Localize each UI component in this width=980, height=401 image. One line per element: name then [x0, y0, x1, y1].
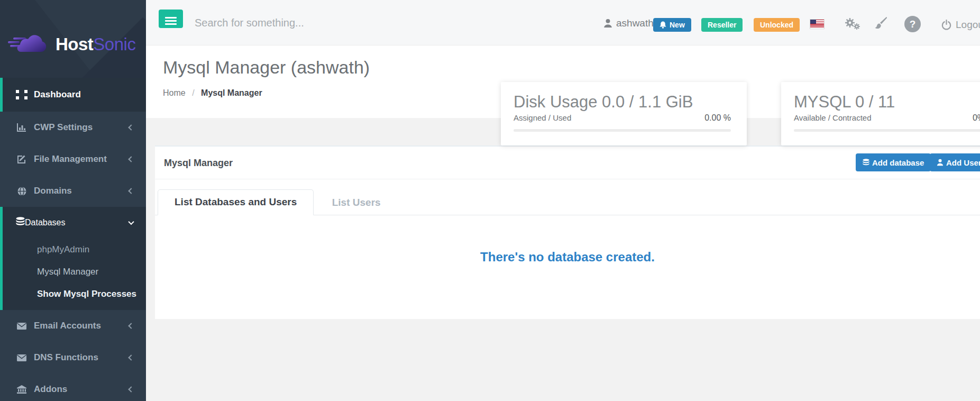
user-icon	[603, 19, 612, 28]
database-icon	[16, 217, 25, 229]
sidebar-item-email-accounts[interactable]: Email Accounts	[0, 310, 146, 342]
mysql-quota-title: MYSQL 0 / 11	[794, 93, 980, 112]
sidebar-item-domains[interactable]: Domains	[0, 175, 146, 207]
sidebar-item-file-management[interactable]: File Management	[0, 143, 146, 175]
chevron-left-icon	[128, 124, 134, 130]
sidebar-item-label: Dashboard	[34, 89, 81, 100]
new-notifications-badge[interactable]: New	[653, 18, 691, 32]
breadcrumb-current: Mysql Manager	[201, 88, 262, 97]
settings-gears-icon[interactable]	[844, 17, 860, 32]
topbar: ashwath New Reseller Unlocked ? Logout	[146, 0, 980, 45]
bar-chart-icon	[16, 123, 28, 132]
sidebar-item-label: Databases	[25, 218, 66, 227]
tab-list-databases-and-users[interactable]: List Databases and Users	[158, 189, 314, 215]
add-user-button[interactable]: Add User	[930, 153, 980, 171]
sidebar-item-label: Email Accounts	[34, 321, 101, 331]
mysql-manager-panel: Mysql Manager Add database Add User List…	[155, 145, 980, 319]
us-flag-language-icon[interactable]	[810, 20, 824, 29]
sidebar-item-cwp-settings[interactable]: CWP Settings	[0, 112, 146, 143]
sidebar-item-label: Domains	[34, 186, 72, 196]
sidebar-subitem-show-mysql-processes[interactable]: Show Mysql Processes	[3, 283, 146, 305]
add-database-button[interactable]: Add database	[856, 153, 931, 171]
chevron-left-icon	[128, 386, 134, 392]
empty-database-message: There's no database created.	[155, 250, 980, 265]
breadcrumb-home-link[interactable]: Home	[163, 88, 186, 97]
panel-header: Mysql Manager Add database Add User	[155, 147, 980, 179]
disk-usage-title: Disk Usage 0.0 / 1.1 GiB	[514, 93, 731, 112]
user-menu[interactable]: ashwath	[603, 17, 654, 29]
bell-icon	[660, 21, 666, 29]
power-icon	[941, 20, 951, 30]
sidebar-item-label: DNS Functions	[34, 352, 98, 363]
chevron-left-icon	[128, 188, 134, 194]
sidebar-nav: Dashboard CWP Settings File Management D…	[0, 78, 146, 401]
chevron-left-icon	[128, 323, 134, 329]
cloud-logo-icon	[8, 33, 51, 56]
sidebar-item-dns-functions[interactable]: DNS Functions	[0, 342, 146, 373]
disk-usage-card: Disk Usage 0.0 / 1.1 GiB Assigned / Used…	[501, 82, 747, 145]
mysql-quota-subtitle: Available / Contracted	[794, 113, 871, 122]
chevron-left-icon	[128, 156, 134, 162]
brand-logo[interactable]: HostSonic	[0, 0, 146, 78]
mysql-quota-card: MYSQL 0 / 11 Available / Contracted 0%	[781, 82, 980, 145]
dashboard-grid-icon	[16, 90, 28, 99]
database-icon	[863, 159, 869, 166]
sidebar-item-label: CWP Settings	[34, 122, 93, 133]
chevron-down-icon	[128, 219, 134, 225]
page-title: Mysql Manager (ashwath)	[163, 57, 980, 78]
sidebar-item-addons[interactable]: Addons	[0, 373, 146, 401]
user-icon	[937, 159, 944, 166]
chevron-left-icon	[128, 354, 134, 360]
sidebar: HostSonic Dashboard CWP Settings File Ma…	[0, 0, 146, 401]
sidebar-subitem-mysql-manager[interactable]: Mysql Manager	[3, 261, 146, 283]
envelope-icon	[16, 353, 28, 362]
globe-icon	[16, 186, 28, 196]
logout-button[interactable]: Logout	[941, 19, 980, 31]
sidebar-item-label: File Management	[34, 154, 107, 165]
disk-usage-subtitle: Assigned / Used	[514, 113, 571, 122]
disk-usage-percent: 0.00 %	[704, 113, 731, 123]
theme-brush-icon[interactable]	[874, 16, 887, 32]
sidebar-toggle-button[interactable]	[159, 10, 183, 28]
sidebar-section-databases: Databases phpMyAdmin Mysql Manager Show …	[0, 207, 146, 310]
sidebar-item-label: Addons	[34, 384, 67, 395]
edit-icon	[16, 154, 28, 164]
unlocked-badge[interactable]: Unlocked	[754, 18, 800, 32]
sidebar-item-databases[interactable]: Databases	[3, 207, 146, 239]
help-icon[interactable]: ?	[904, 16, 921, 32]
mysql-quota-progress-bar	[794, 129, 980, 132]
search-input[interactable]	[195, 0, 470, 45]
username: ashwath	[616, 17, 654, 29]
tab-strip: List Databases and Users List Users	[155, 189, 980, 215]
sidebar-subitem-phpmyadmin[interactable]: phpMyAdmin	[3, 239, 146, 261]
brand-name: HostSonic	[56, 34, 135, 54]
envelope-icon	[16, 321, 28, 331]
reseller-badge[interactable]: Reseller	[701, 18, 743, 32]
breadcrumb-separator: /	[192, 88, 194, 97]
tab-list-users[interactable]: List Users	[316, 189, 397, 215]
mysql-quota-percent: 0%	[973, 113, 980, 123]
bank-icon	[16, 385, 28, 394]
sidebar-item-dashboard[interactable]: Dashboard	[0, 78, 146, 112]
disk-usage-progress-bar	[514, 129, 731, 132]
